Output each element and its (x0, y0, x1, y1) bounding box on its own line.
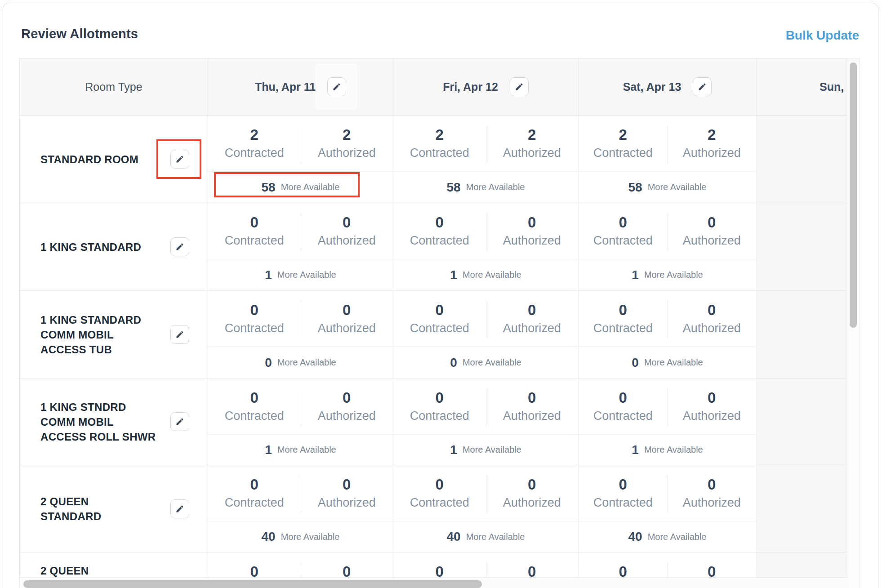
authorized-label: Authorized (318, 146, 376, 160)
contracted-label: Contracted (593, 146, 653, 160)
more-available-label: More Available (644, 357, 703, 368)
more-available: 1More Available (579, 435, 756, 465)
more-available-number: 1 (450, 443, 457, 457)
sun-column-cell (756, 465, 848, 552)
pencil-icon (175, 417, 184, 426)
more-available-label: More Available (644, 270, 703, 280)
vertical-scrollbar-thumb[interactable] (850, 62, 857, 328)
day-column-header: Thu, Apr 11 (208, 58, 393, 115)
contracted-value: 0Contracted (393, 465, 486, 521)
authorized-value: 0Authorized (486, 203, 579, 259)
more-available-label: More Available (281, 182, 340, 192)
authorized-value: 0Authorized (668, 291, 757, 347)
more-available-number: 40 (447, 530, 461, 544)
contracted-label: Contracted (410, 146, 469, 160)
allotments-table: Room Type Thu, Apr 11Fri, Apr 12Sat, Apr… (19, 58, 860, 588)
allotment-values: 2Contracted2Authorized (579, 116, 756, 172)
day-header-label: Sun, Apr 14 (820, 80, 848, 94)
more-available: 1More Available (208, 435, 393, 465)
authorized-label: Authorized (318, 496, 376, 510)
allotment-cell: 2Contracted2Authorized58More Available (393, 116, 578, 203)
horizontal-scrollbar[interactable] (20, 577, 848, 588)
authorized-number: 0 (343, 390, 351, 406)
edit-day-button[interactable] (510, 77, 529, 96)
review-allotments-card: Review Allotments Bulk Update Room Type … (3, 3, 878, 588)
more-available-label: More Available (463, 445, 521, 455)
contracted-value: 0Contracted (579, 379, 668, 434)
authorized-number: 0 (343, 214, 351, 231)
contracted-label: Contracted (410, 409, 469, 423)
day-header-label: Fri, Apr 12 (443, 80, 498, 94)
room-type-name: 2 QUEEN (40, 563, 167, 578)
vertical-scrollbar[interactable] (847, 58, 860, 588)
room-type-cell: 1 KING STANDARD (20, 203, 208, 290)
contracted-number: 0 (250, 214, 258, 231)
contracted-number: 0 (436, 477, 444, 493)
allotment-values: 0Contracted0Authorized (208, 465, 393, 521)
allotment-values: 0Contracted0Authorized (579, 203, 756, 259)
authorized-value: 0Authorized (301, 291, 393, 347)
authorized-number: 0 (708, 477, 716, 493)
more-available-label: More Available (277, 270, 336, 280)
pencil-icon (175, 242, 184, 251)
more-available: 40More Available (208, 521, 393, 552)
authorized-value: 0Authorized (486, 291, 579, 347)
more-available-label: More Available (463, 357, 521, 368)
contracted-value: 0Contracted (393, 291, 486, 347)
day-header-label: Thu, Apr 11 (255, 80, 316, 94)
authorized-value: 0Authorized (668, 203, 757, 259)
more-available-number: 1 (265, 443, 272, 457)
authorized-value: 0Authorized (668, 465, 757, 521)
contracted-label: Contracted (225, 146, 284, 160)
edit-day-button[interactable] (693, 77, 712, 96)
table-row: 1 KING STANDARD0Contracted0Authorized1Mo… (20, 203, 848, 291)
authorized-number: 0 (528, 302, 536, 318)
room-type-header: Room Type (20, 58, 208, 115)
horizontal-scrollbar-thumb[interactable] (23, 580, 482, 588)
room-type-cell: 1 KING STANDARD COMM MOBIL ACCESS TUB (20, 291, 208, 378)
room-type-cell: 2 QUEEN STANDARD (20, 465, 208, 552)
allotment-cell: 0Contracted0Authorized1More Available (393, 203, 578, 290)
more-available-number: 0 (632, 356, 639, 370)
edit-room-button[interactable] (170, 150, 189, 169)
day-column-header: Sun, Apr 14 (756, 58, 848, 115)
more-available: 1More Available (208, 259, 393, 290)
authorized-value: 2Authorized (668, 116, 757, 171)
edit-day-button[interactable] (327, 77, 346, 96)
edit-room-button[interactable] (170, 237, 189, 256)
authorized-number: 0 (343, 477, 351, 493)
more-available: 0More Available (208, 347, 393, 378)
room-type-name: 1 KING STANDARD COMM MOBIL ACCESS TUB (40, 312, 167, 357)
allotment-cell: 0Contracted0Authorized40More Available (578, 465, 756, 552)
edit-room-button[interactable] (170, 412, 189, 431)
edit-room-button[interactable] (170, 325, 189, 344)
contracted-value: 2Contracted (393, 116, 486, 171)
authorized-label: Authorized (683, 496, 741, 510)
authorized-number: 2 (708, 127, 716, 143)
more-available: 1More Available (393, 435, 578, 465)
allotment-cell: 0Contracted0Authorized1More Available (393, 379, 578, 465)
more-available: 0More Available (393, 347, 578, 378)
allotment-values: 0Contracted0Authorized (393, 291, 578, 347)
more-available-label: More Available (466, 182, 525, 192)
pencil-icon (175, 330, 184, 339)
allotment-values: 0Contracted0Authorized (393, 379, 578, 435)
contracted-value: 0Contracted (579, 291, 668, 347)
contracted-number: 0 (619, 477, 627, 493)
authorized-value: 2Authorized (486, 116, 579, 171)
bulk-update-link[interactable]: Bulk Update (786, 28, 859, 43)
more-available-label: More Available (644, 445, 703, 455)
contracted-number: 2 (619, 127, 627, 143)
allotment-values: 0Contracted0Authorized (393, 465, 578, 521)
more-available-number: 1 (265, 268, 272, 282)
contracted-value: 0Contracted (393, 203, 486, 259)
contracted-value: 0Contracted (208, 203, 301, 259)
contracted-number: 0 (250, 302, 258, 318)
more-available-label: More Available (648, 532, 707, 542)
more-available: 1More Available (579, 259, 756, 290)
contracted-value: 0Contracted (579, 465, 668, 521)
edit-room-button[interactable] (170, 499, 189, 518)
allotment-cell: 0Contracted0Authorized1More Available (208, 203, 393, 290)
contracted-number: 0 (250, 390, 258, 406)
authorized-value: 0Authorized (668, 379, 757, 434)
